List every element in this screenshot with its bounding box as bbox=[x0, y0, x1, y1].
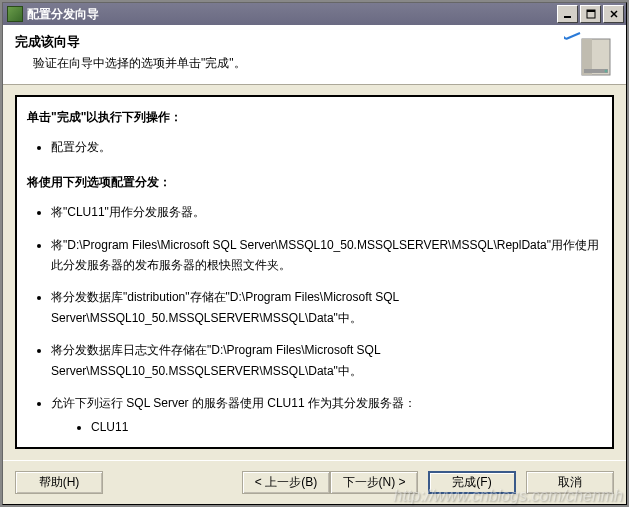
titlebar: 配置分发向导 bbox=[3, 3, 626, 25]
summary-box: 单击"完成"以执行下列操作： 配置分发。 将使用下列选项配置分发： 将"CLU1… bbox=[15, 95, 614, 449]
servers-list: CLU11 bbox=[51, 417, 606, 437]
header-subtitle: 验证在向导中选择的选项并单击"完成"。 bbox=[33, 55, 614, 72]
close-button[interactable] bbox=[603, 5, 624, 23]
header-title: 完成该向导 bbox=[15, 33, 614, 51]
wizard-window: 配置分发向导 完成该向导 验证在向导中选择的选项并单击"完成"。 单击"完成 bbox=[2, 2, 627, 505]
finish-button[interactable]: 完成(F) bbox=[428, 471, 516, 494]
help-button[interactable]: 帮助(H) bbox=[15, 471, 103, 494]
back-button[interactable]: < 上一步(B) bbox=[242, 471, 330, 494]
actions-list: 配置分发。 bbox=[27, 137, 606, 157]
button-bar: 帮助(H) < 上一步(B) 下一步(N) > 完成(F) 取消 bbox=[3, 460, 626, 504]
header-graphic bbox=[564, 31, 614, 79]
list-item: 允许下列运行 SQL Server 的服务器使用 CLU11 作为其分发服务器：… bbox=[51, 393, 606, 438]
svg-rect-2 bbox=[587, 10, 595, 12]
svg-rect-7 bbox=[584, 69, 608, 73]
maximize-button[interactable] bbox=[580, 5, 601, 23]
minimize-icon bbox=[563, 9, 573, 19]
list-item: 将分发数据库日志文件存储在"D:\Program Files\Microsoft… bbox=[51, 340, 606, 381]
wizard-header: 完成该向导 验证在向导中选择的选项并单击"完成"。 bbox=[3, 25, 626, 85]
svg-point-8 bbox=[605, 70, 608, 73]
maximize-icon bbox=[586, 9, 596, 19]
list-item: 将"D:\Program Files\Microsoft SQL Server\… bbox=[51, 235, 606, 276]
content-area: 单击"完成"以执行下列操作： 配置分发。 将使用下列选项配置分发： 将"CLU1… bbox=[3, 85, 626, 459]
list-item: 将"CLU11"用作分发服务器。 bbox=[51, 202, 606, 222]
options-heading: 将使用下列选项配置分发： bbox=[27, 172, 606, 192]
list-item: 将分发数据库"distribution"存储在"D:\Program Files… bbox=[51, 287, 606, 328]
server-item: CLU11 bbox=[91, 417, 606, 437]
close-icon bbox=[609, 9, 619, 19]
list-item: 配置分发。 bbox=[51, 137, 606, 157]
app-icon bbox=[7, 6, 23, 22]
window-title: 配置分发向导 bbox=[27, 6, 555, 23]
list-item-label: 允许下列运行 SQL Server 的服务器使用 CLU11 作为其分发服务器： bbox=[51, 396, 416, 410]
options-list: 将"CLU11"用作分发服务器。 将"D:\Program Files\Micr… bbox=[27, 202, 606, 438]
intro-text: 单击"完成"以执行下列操作： bbox=[27, 107, 606, 127]
svg-rect-0 bbox=[564, 16, 571, 18]
check-icon bbox=[566, 33, 580, 39]
cancel-button[interactable]: 取消 bbox=[526, 471, 614, 494]
next-button[interactable]: 下一步(N) > bbox=[330, 471, 418, 494]
minimize-button[interactable] bbox=[557, 5, 578, 23]
